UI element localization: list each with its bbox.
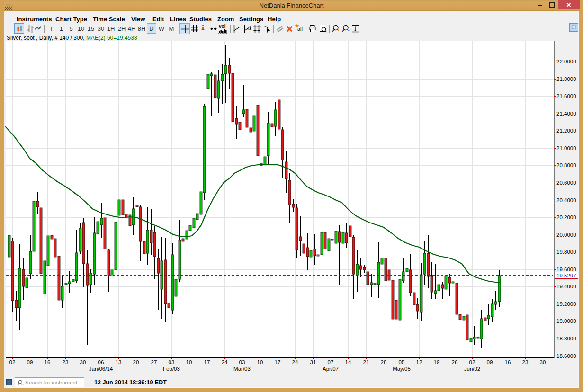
svg-text:23: 23 — [63, 359, 69, 365]
svg-text:24: 24 — [222, 359, 228, 365]
svg-text:19: 19 — [434, 359, 440, 365]
svg-text:19.5297: 19.5297 — [556, 273, 576, 278]
svg-text:22.0000: 22.0000 — [556, 59, 576, 64]
svg-text:31: 31 — [310, 359, 316, 365]
svg-text:23: 23 — [522, 359, 529, 365]
svg-text:20.4000: 20.4000 — [556, 197, 576, 203]
svg-text:21.6000: 21.6000 — [556, 93, 576, 99]
svg-text:21.2000: 21.2000 — [556, 128, 576, 134]
svg-text:May/05: May/05 — [393, 366, 411, 372]
svg-text:26: 26 — [452, 359, 458, 365]
svg-text:21: 21 — [363, 359, 369, 365]
svg-text:02: 02 — [9, 359, 16, 365]
svg-text:18.6000: 18.6000 — [556, 353, 576, 359]
svg-text:28: 28 — [381, 359, 387, 365]
svg-text:03: 03 — [239, 359, 245, 365]
svg-text:20.2000: 20.2000 — [556, 214, 576, 220]
svg-text:13: 13 — [116, 359, 122, 365]
svg-text:16: 16 — [505, 359, 511, 365]
svg-text:19.2000: 19.2000 — [556, 301, 576, 307]
svg-text:09: 09 — [27, 359, 33, 365]
svg-text:20.6000: 20.6000 — [556, 180, 576, 186]
svg-text:09: 09 — [487, 359, 493, 365]
svg-text:18.8000: 18.8000 — [556, 336, 576, 341]
svg-text:10: 10 — [257, 359, 263, 365]
svg-text:27: 27 — [151, 359, 157, 365]
svg-text:20.0000: 20.0000 — [556, 232, 576, 238]
svg-text:02: 02 — [469, 359, 475, 365]
svg-text:06: 06 — [98, 359, 104, 365]
svg-text:21.8000: 21.8000 — [556, 76, 576, 82]
svg-text:19.4000: 19.4000 — [556, 284, 576, 289]
svg-text:30: 30 — [80, 359, 86, 365]
svg-text:21.0000: 21.0000 — [556, 145, 576, 151]
svg-text:12: 12 — [416, 359, 422, 365]
svg-text:20.8000: 20.8000 — [556, 162, 576, 168]
svg-text:20: 20 — [133, 359, 139, 365]
svg-text:16: 16 — [45, 359, 51, 365]
svg-text:...: ... — [21, 382, 24, 385]
svg-text:19.8000: 19.8000 — [556, 249, 576, 255]
svg-text:03: 03 — [169, 359, 175, 365]
svg-text:17: 17 — [275, 359, 281, 365]
svg-text:05: 05 — [399, 359, 405, 365]
svg-text:19.6000: 19.6000 — [556, 267, 576, 272]
svg-text:24: 24 — [292, 359, 298, 365]
svg-text:Apr/07: Apr/07 — [323, 366, 339, 372]
svg-text:07: 07 — [328, 359, 334, 365]
svg-text:30: 30 — [540, 359, 546, 365]
svg-text:17: 17 — [204, 359, 210, 365]
svg-text:Feb/03: Feb/03 — [163, 366, 180, 372]
svg-text:10: 10 — [186, 359, 192, 365]
svg-text:Jan/06/14: Jan/06/14 — [89, 366, 113, 372]
svg-text:Mar/03: Mar/03 — [233, 366, 251, 372]
svg-text:14: 14 — [345, 359, 351, 365]
svg-text:Jun/02: Jun/02 — [464, 366, 481, 372]
svg-text:19.0000: 19.0000 — [556, 318, 576, 324]
svg-text:21.4000: 21.4000 — [556, 111, 576, 116]
